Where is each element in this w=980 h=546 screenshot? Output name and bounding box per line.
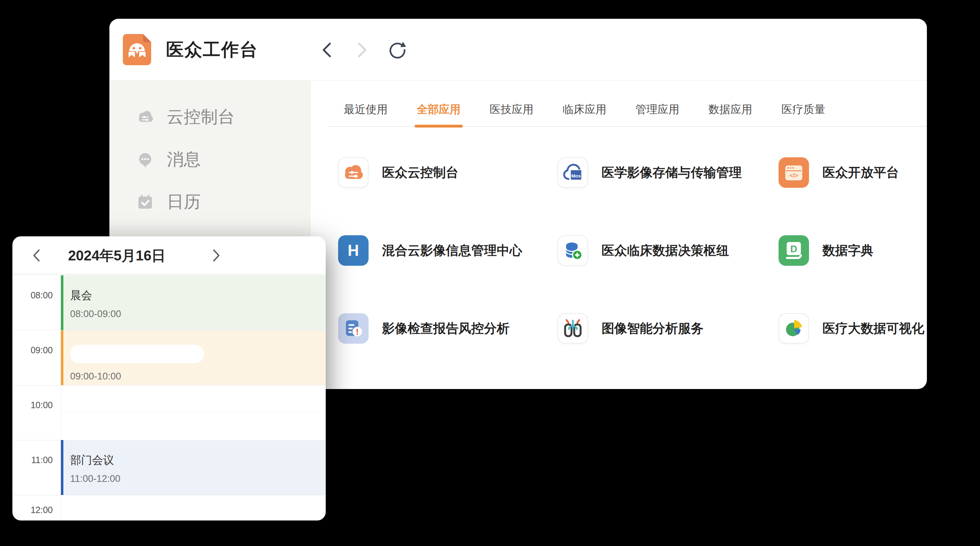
calendar-panel: 2024年5月16日 08:00 09:00 10:00 11:00 [13,236,326,520]
time-label: 11:00 [13,455,53,465]
app-data-dictionary[interactable]: D 数据字典 [778,235,927,266]
code-icon-text: </> [789,172,799,179]
cloud-mos-icon: Mos [558,157,587,188]
app-name: 图像智能分析服务 [601,320,703,337]
app-name: 混合云影像信息管理中心 [382,242,522,259]
chevron-right-icon [357,42,368,59]
tab-recent[interactable]: 最近使用 [344,102,388,126]
sidebar-item-cloud-console[interactable]: 云控制台 [135,105,310,128]
pie-chart-icon [779,313,808,344]
app-name: 医众临床数据决策枢纽 [601,242,729,259]
tab-management[interactable]: 管理应用 [635,102,679,126]
refresh-icon [388,41,407,59]
app-hybrid-cloud-imaging[interactable]: H 混合云影像信息管理中心 [338,235,558,266]
app-name: 医学影像存储与传输管理 [601,164,742,181]
tab-data[interactable]: 数据应用 [708,102,752,126]
dictionary-book-icon: D [778,235,809,266]
tab-medtech[interactable]: 医技应用 [490,102,533,126]
app-logo-icon [123,34,151,65]
tab-clinical[interactable]: 临床应用 [563,102,606,126]
dictionary-d-text: D [790,244,797,254]
calendar-day-grid: 08:00 09:00 10:00 11:00 12:00 晨会 08:00-0… [13,275,326,520]
chevron-right-icon [212,248,221,263]
app-open-platform[interactable]: </> 医众开放平台 [778,157,927,188]
hour-line [13,495,326,495]
event-time: 09:00-10:00 [70,371,326,382]
event-title: 晨会 [70,288,326,303]
calendar-event-department-meeting[interactable]: 部门会议 11:00-12:00 [61,440,326,495]
app-image-ai-analysis[interactable]: 图像智能分析服务 [558,313,778,344]
app-report-risk-analysis[interactable]: ! 影像检查报告风控分析 [338,313,558,344]
event-color-bar [61,440,64,495]
time-label: 12:00 [13,505,53,515]
sidebar-item-label: 日历 [167,191,201,213]
report-alert-icon: ! [338,313,369,344]
calendar-event-morning-meeting[interactable]: 晨会 08:00-09:00 [61,275,326,330]
database-plus-icon [558,235,587,266]
sidebar-item-messages[interactable]: 消息 [135,148,310,171]
tab-all-apps[interactable]: 全部应用 [417,102,461,126]
time-label: 10:00 [13,400,53,410]
alert-exclamation-text: ! [356,327,359,337]
event-time: 08:00-09:00 [70,309,326,319]
calendar-event-redacted[interactable]: 09:00-10:00 [61,330,326,385]
app-name: 医疗大数据可视化 [822,320,924,337]
cloud-sliders-icon [339,157,368,188]
event-time: 11:00-12:00 [70,473,326,484]
message-bubble-icon [135,150,155,169]
calendar-prev-day-button[interactable] [27,236,46,275]
calendar-header: 2024年5月16日 [13,236,326,275]
app-medical-image-storage[interactable]: Mos 医学影像存储与传输管理 [558,157,778,188]
half-hour-line [61,412,326,413]
sidebar-item-calendar[interactable]: 日历 [135,191,310,213]
event-title-redacted [70,345,204,363]
cloud-icon [135,107,155,126]
hospital-h-icon: H [348,242,359,259]
event-color-bar [61,275,64,330]
time-label: 09:00 [13,345,53,355]
calendar-date-title: 2024年5月16日 [46,236,188,275]
back-button[interactable] [318,41,336,59]
event-title: 部门会议 [70,453,326,468]
chevron-left-icon [321,42,332,59]
sidebar-item-label: 消息 [167,148,201,171]
chevron-left-icon [32,248,41,263]
code-window-icon: </> [778,157,809,188]
app-name: 影像检查报告风控分析 [382,320,509,337]
app-name: 数据字典 [822,242,873,259]
lungs-icon [558,313,587,344]
refresh-button[interactable] [388,41,407,59]
forward-button[interactable] [353,41,371,59]
app-name: 医众云控制台 [382,164,458,181]
sidebar-item-label: 云控制台 [167,105,235,128]
desktop-background: 医众工作台 [0,0,980,546]
app-name: 医众开放平台 [822,164,899,181]
tab-quality[interactable]: 医疗质量 [781,102,825,126]
calendar-check-icon [135,192,155,212]
mos-icon-text: Mos [571,173,581,179]
event-color-bar [61,330,64,385]
app-cloud-console[interactable]: 医众云控制台 [338,157,558,188]
app-category-tabs: 最近使用 全部应用 医技应用 临床应用 管理应用 数据应用 医疗质量 [328,102,927,127]
apps-grid: 医众云控制台 Mos 医学影像存储与传输管理 [338,157,927,344]
time-label: 08:00 [13,290,53,300]
app-title: 医众工作台 [166,38,258,62]
app-bigdata-visualization[interactable]: 医疗大数据可视化 [778,313,927,344]
calendar-next-day-button[interactable] [207,236,226,275]
app-clinical-data-hub[interactable]: 医众临床数据决策枢纽 [558,235,778,266]
window-header: 医众工作台 [110,19,927,81]
nav-buttons [318,19,407,81]
main-content: 最近使用 全部应用 医技应用 临床应用 管理应用 数据应用 医疗质量 [310,81,927,389]
